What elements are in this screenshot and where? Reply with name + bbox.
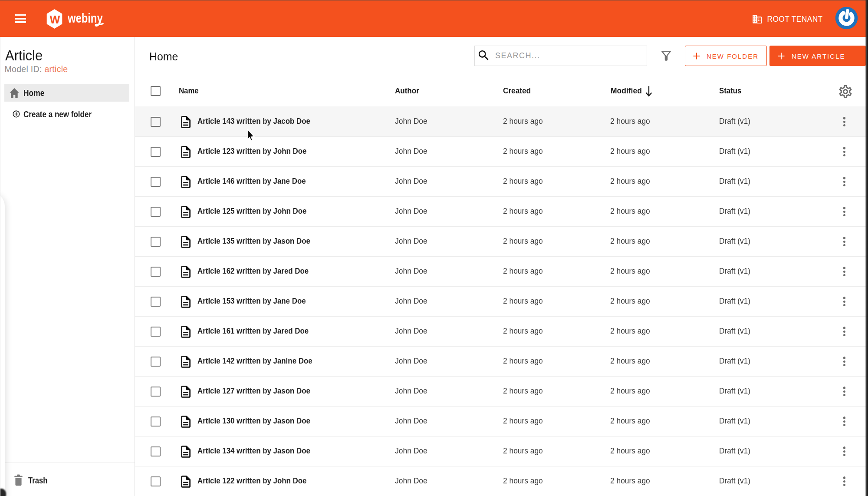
svg-text:W: W — [50, 13, 60, 26]
